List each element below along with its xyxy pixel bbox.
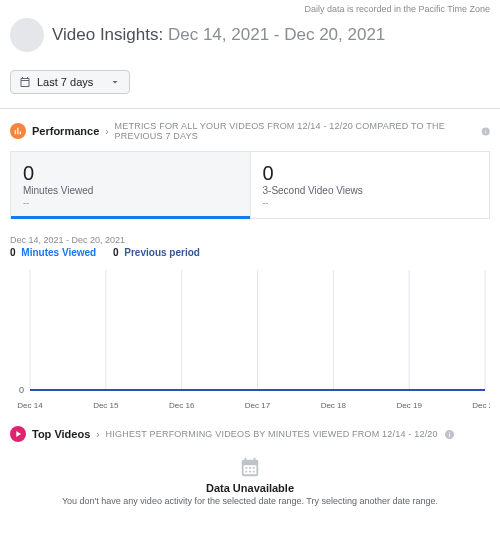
performance-header[interactable]: Performance › METRICS FOR ALL YOUR VIDEO… bbox=[10, 121, 490, 141]
svg-text:Dec 18: Dec 18 bbox=[321, 401, 347, 410]
metric-value: 0 bbox=[23, 162, 238, 185]
legend-label-previous: Previous period bbox=[124, 247, 200, 258]
page-title-row: Video Insights: Dec 14, 2021 - Dec 20, 2… bbox=[0, 14, 500, 64]
performance-desc: METRICS FOR ALL YOUR VIDEOS FROM 12/14 -… bbox=[115, 121, 475, 141]
line-chart: 0Dec 14Dec 15Dec 16Dec 17Dec 18Dec 19Dec… bbox=[10, 264, 490, 414]
metric-delta: -- bbox=[23, 198, 238, 208]
chart: 0Dec 14Dec 15Dec 16Dec 17Dec 18Dec 19Dec… bbox=[0, 258, 500, 414]
metric-label: Minutes Viewed bbox=[23, 185, 238, 196]
unavailable-title: Data Unavailable bbox=[30, 482, 470, 494]
svg-text:0: 0 bbox=[19, 385, 24, 395]
metric-label: 3-Second Video Views bbox=[263, 185, 478, 196]
performance-icon bbox=[10, 123, 26, 139]
calendar-x-icon bbox=[30, 456, 470, 478]
top-videos-title: Top Videos bbox=[32, 428, 90, 440]
svg-text:Dec 19: Dec 19 bbox=[396, 401, 422, 410]
svg-text:Dec 17: Dec 17 bbox=[245, 401, 271, 410]
top-videos-desc: HIGHEST PERFORMING VIDEOS BY MINUTES VIE… bbox=[106, 429, 438, 439]
svg-text:Dec 15: Dec 15 bbox=[93, 401, 119, 410]
info-icon[interactable] bbox=[444, 429, 455, 440]
top-videos-section: Top Videos › HIGHEST PERFORMING VIDEOS B… bbox=[0, 414, 500, 526]
timezone-note: Daily data is recorded in the Pacific Ti… bbox=[0, 0, 500, 14]
legend-label-current: Minutes Viewed bbox=[21, 247, 96, 258]
performance-title: Performance bbox=[32, 125, 99, 137]
svg-text:Dec 14: Dec 14 bbox=[17, 401, 43, 410]
page-title: Video Insights: Dec 14, 2021 - Dec 20, 2… bbox=[52, 25, 385, 45]
legend-value-current: 0 bbox=[10, 247, 16, 258]
date-range-button[interactable]: Last 7 days bbox=[10, 70, 130, 94]
chart-meta: Dec 14, 2021 - Dec 20, 2021 0 Minutes Vi… bbox=[0, 219, 500, 258]
data-unavailable: Data Unavailable You don't have any vide… bbox=[10, 442, 490, 526]
unavailable-text: You don't have any video activity for th… bbox=[30, 496, 470, 506]
metric-delta: -- bbox=[263, 198, 478, 208]
title-date-range: Dec 14, 2021 - Dec 20, 2021 bbox=[168, 25, 385, 44]
play-icon bbox=[10, 426, 26, 442]
chevron-right-icon: › bbox=[96, 429, 99, 440]
chart-legend: 0 Minutes Viewed 0 Previous period bbox=[10, 247, 490, 258]
page-avatar bbox=[10, 18, 44, 52]
metric-cards: 0 Minutes Viewed -- 0 3-Second Video Vie… bbox=[10, 151, 490, 219]
metric-value: 0 bbox=[263, 162, 478, 185]
calendar-icon bbox=[19, 76, 31, 88]
chart-range-label: Dec 14, 2021 - Dec 20, 2021 bbox=[10, 235, 490, 245]
toolbar: Last 7 days bbox=[0, 64, 500, 109]
legend-value-previous: 0 bbox=[113, 247, 119, 258]
svg-text:Dec 20: Dec 20 bbox=[472, 401, 490, 410]
top-videos-header[interactable]: Top Videos › HIGHEST PERFORMING VIDEOS B… bbox=[10, 426, 490, 442]
title-prefix: Video Insights: bbox=[52, 25, 163, 44]
info-icon[interactable] bbox=[481, 126, 491, 137]
performance-section: Performance › METRICS FOR ALL YOUR VIDEO… bbox=[0, 109, 500, 219]
chevron-right-icon: › bbox=[105, 126, 108, 137]
caret-down-icon bbox=[109, 76, 121, 88]
date-range-label: Last 7 days bbox=[37, 76, 93, 88]
metric-card-minutes-viewed[interactable]: 0 Minutes Viewed -- bbox=[11, 152, 250, 218]
metric-card-3-second-views[interactable]: 0 3-Second Video Views -- bbox=[250, 152, 490, 218]
svg-text:Dec 16: Dec 16 bbox=[169, 401, 195, 410]
